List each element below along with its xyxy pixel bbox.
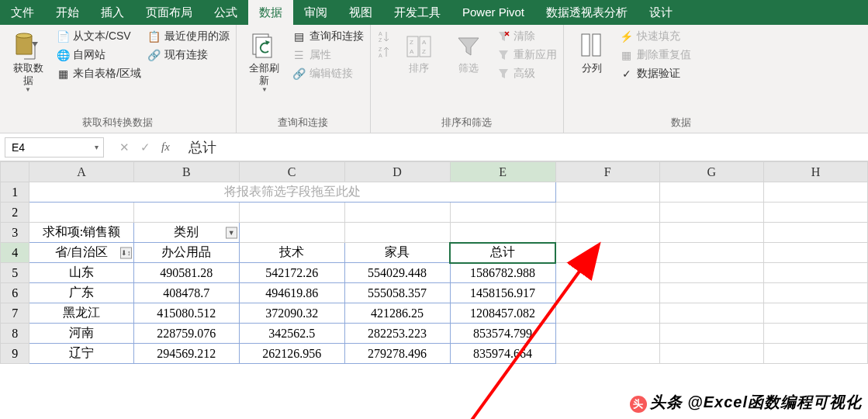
row-header-6[interactable]: 6 [1, 283, 29, 303]
row-header-7[interactable]: 7 [1, 303, 29, 324]
table-cell[interactable]: 555058.357 [344, 283, 450, 303]
row-dropdown-button[interactable]: ⬇↕ [120, 247, 132, 258]
refresh-all-button[interactable]: 全部刷新 ▼ [243, 28, 286, 96]
pivot-column-field[interactable]: 类别▼ [133, 223, 239, 243]
properties-button[interactable]: ☰属性 [292, 48, 364, 62]
table-cell[interactable]: 1586782.988 [450, 263, 555, 283]
table-row[interactable]: 广东 [29, 283, 134, 303]
table-cell[interactable]: 1458156.917 [450, 283, 555, 303]
sort-az-button[interactable]: AZ [377, 29, 391, 43]
sort-za-button[interactable]: ZA [377, 45, 391, 59]
edit-links-button[interactable]: 🔗编辑链接 [292, 67, 364, 81]
row-header-2[interactable]: 2 [1, 203, 29, 223]
table-cell[interactable]: 421286.25 [344, 303, 450, 324]
table-cell[interactable]: 282253.223 [344, 324, 450, 344]
group-datatools: 分列 ⚡快速填充 ▦删除重复值 ✓数据验证 数据 [564, 25, 697, 133]
tab-data[interactable]: 数据 [248, 0, 293, 25]
formula-input[interactable]: 总计 [181, 137, 868, 158]
col-header-A[interactable]: A [29, 162, 134, 182]
tab-layout[interactable]: 页面布局 [135, 0, 203, 25]
table-cell[interactable]: 490581.28 [133, 263, 239, 283]
col-header-D[interactable]: D [344, 162, 450, 182]
tab-pivotanalyze[interactable]: 数据透视表分析 [535, 0, 638, 25]
row-header-4[interactable]: 4 [1, 243, 29, 263]
existing-connections-button[interactable]: 🔗现有连接 [147, 48, 230, 62]
col-header-E[interactable]: E [450, 162, 555, 182]
column-dropdown-button[interactable]: ▼ [226, 227, 237, 238]
pivot-col-2[interactable]: 家具 [344, 243, 450, 263]
tab-insert[interactable]: 插入 [90, 0, 135, 25]
table-cell[interactable]: 294569.212 [133, 344, 239, 364]
remove-duplicates-button[interactable]: ▦删除重复值 [620, 48, 691, 62]
table-row[interactable]: 辽宁 [29, 344, 134, 364]
from-web-button[interactable]: 🌐自网站 [56, 48, 141, 62]
sort-button[interactable]: ZAAZ 排序 [397, 28, 441, 78]
tab-developer[interactable]: 开发工具 [383, 0, 451, 25]
tab-design[interactable]: 设计 [638, 0, 683, 25]
formula-bar: E4 ✕ ✓ fx 总计 [0, 133, 868, 161]
table-cell[interactable]: 415080.512 [133, 303, 239, 324]
col-header-H[interactable]: H [763, 162, 867, 182]
table-cell[interactable]: 262126.956 [239, 344, 344, 364]
name-box[interactable]: E4 [5, 137, 104, 158]
svg-text:Z: Z [379, 47, 382, 52]
cancel-formula-button[interactable]: ✕ [119, 140, 130, 154]
col-header-C[interactable]: C [239, 162, 344, 182]
tab-home[interactable]: 开始 [45, 0, 90, 25]
col-header-G[interactable]: G [659, 162, 763, 182]
row-header-8[interactable]: 8 [1, 324, 29, 344]
accept-formula-button[interactable]: ✓ [140, 140, 150, 154]
table-cell[interactable]: 554029.448 [344, 263, 450, 283]
reapply-button[interactable]: 重新应用 [496, 48, 557, 62]
data-validation-button[interactable]: ✓数据验证 [620, 67, 691, 81]
get-data-label: 获取数 据 [13, 62, 43, 86]
table-row[interactable]: 河南 [29, 324, 134, 344]
table-cell[interactable]: 835974.664 [450, 344, 555, 364]
row-header-1[interactable]: 1 [1, 182, 29, 203]
row-header-5[interactable]: 5 [1, 263, 29, 283]
from-csv-button[interactable]: 📄从文本/CSV [56, 29, 141, 43]
pivot-col-0[interactable]: 办公用品 [133, 243, 239, 263]
queries-connections-button[interactable]: ▤查询和连接 [292, 29, 364, 43]
tab-review[interactable]: 审阅 [293, 0, 338, 25]
spreadsheet-grid[interactable]: A B C D E F G H 1 将报表筛选字段拖至此处 2 3 求和项:销售… [0, 161, 868, 364]
pivot-row-field[interactable]: 省/自治区⬇↕ [29, 243, 134, 263]
table-cell[interactable]: 494619.86 [239, 283, 344, 303]
table-cell[interactable]: 542172.26 [239, 263, 344, 283]
table-cell[interactable]: 342562.5 [239, 324, 344, 344]
table-cell[interactable]: 853574.799 [450, 324, 555, 344]
select-all-corner[interactable] [1, 162, 29, 182]
row-header-3[interactable]: 3 [1, 223, 29, 243]
pivot-col-1[interactable]: 技术 [239, 243, 344, 263]
get-data-button[interactable]: 获取数 据 ▼ [6, 28, 50, 96]
advanced-filter-button[interactable]: 高级 [496, 67, 557, 81]
table-cell[interactable]: 279278.496 [344, 344, 450, 364]
col-header-F[interactable]: F [555, 162, 659, 182]
row-header-9[interactable]: 9 [1, 344, 29, 364]
tab-powerpivot[interactable]: Power Pivot [451, 0, 535, 25]
pivot-filter-drop-area[interactable]: 将报表筛选字段拖至此处 [29, 182, 555, 203]
group-getdata: 获取数 据 ▼ 📄从文本/CSV 🌐自网站 ▦来自表格/区域 📋最近使用的源 🔗… [0, 25, 237, 133]
fx-button[interactable]: fx [161, 140, 170, 154]
advanced-icon [496, 67, 510, 81]
text-to-columns-button[interactable]: 分列 [570, 28, 614, 78]
col-header-B[interactable]: B [133, 162, 239, 182]
flash-fill-button[interactable]: ⚡快速填充 [620, 29, 691, 43]
tab-file[interactable]: 文件 [0, 0, 45, 25]
table-cell[interactable]: 228759.076 [133, 324, 239, 344]
pivot-col-total[interactable]: 总计 [450, 243, 555, 263]
table-cell[interactable]: 408478.7 [133, 283, 239, 303]
table-row[interactable]: 山东 [29, 263, 134, 283]
from-range-button[interactable]: ▦来自表格/区域 [56, 67, 141, 81]
table-cell[interactable]: 372090.32 [239, 303, 344, 324]
tab-formulas[interactable]: 公式 [203, 0, 248, 25]
table-row[interactable]: 黑龙江 [29, 303, 134, 324]
table-cell[interactable]: 1208457.082 [450, 303, 555, 324]
recent-sources-button[interactable]: 📋最近使用的源 [147, 29, 230, 43]
database-icon [14, 31, 42, 62]
tab-view[interactable]: 视图 [338, 0, 383, 25]
svg-point-0 [16, 33, 32, 38]
filter-button[interactable]: 筛选 [447, 28, 490, 78]
clear-filter-button[interactable]: 清除 [496, 29, 557, 43]
pivot-datafield-label[interactable]: 求和项:销售额 [29, 223, 134, 243]
